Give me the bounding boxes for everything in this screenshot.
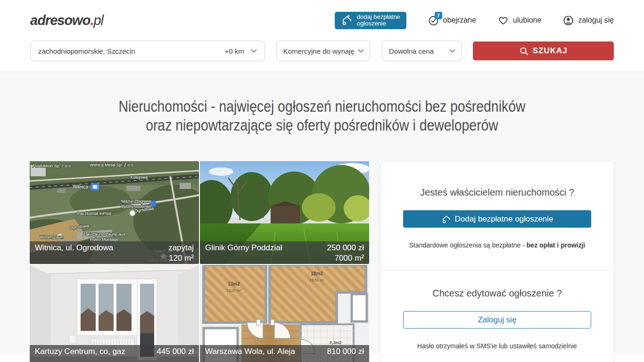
svg-text:Zaki Zäune Zäune aus: Zaki Zäune Zäune aus <box>83 232 126 237</box>
price-select[interactable]: Dowolna cena <box>382 41 462 61</box>
svg-text:Paczkomat InPost: Paczkomat InPost <box>77 211 112 216</box>
owner-section: Jesteś właścicielem nieruchomości ? Doda… <box>380 162 614 271</box>
category-value: Komercyjne do wynaję <box>283 47 354 55</box>
svg-text:2,3m2: 2,3m2 <box>330 340 342 345</box>
listings-grid: Produktion Sp. z o.o. Witnica Metal Sp. … <box>30 161 369 362</box>
viewed-count-badge: 7 <box>435 12 442 19</box>
listing-price-area: 810 000 zł <box>327 346 364 362</box>
edit-heading: Chcesz edytować ogłoszenie ? <box>403 288 591 299</box>
listing-price-area: 250 000 zł7000 m² <box>327 243 364 264</box>
sidebar-add-listing-button[interactable]: Dodaj bezpłatne ogłoszenie <box>403 210 591 228</box>
user-circle-icon <box>563 15 574 26</box>
owner-note: Standardowe ogłoszenia są bezpłatne - be… <box>403 241 591 249</box>
listing-card-witnica[interactable]: Produktion Sp. z o.o. Witnica Metal Sp. … <box>30 161 199 264</box>
listing-caption: Kartuzy Centrum, co, gaz 445 000 zł <box>30 345 199 362</box>
nav-viewed[interactable]: 7 obejrzane <box>428 15 476 26</box>
house-plus-icon <box>441 214 452 224</box>
svg-text:13m2: 13m2 <box>228 281 240 287</box>
add-listing-button[interactable]: dodaj bezpłatne ogłoszenie <box>335 12 406 29</box>
logo-tld: pl <box>93 13 103 28</box>
svg-text:13,37 m²: 13,37 m² <box>226 288 241 293</box>
add-listing-label: dodaj bezpłatne ogłoszenie <box>357 14 400 27</box>
top-bar: adresowo.pl dodaj bezpłatne ogłoszenie <box>0 0 644 72</box>
svg-text:Mazur Zbigniew: Mazur Zbigniew <box>121 199 151 204</box>
sidebar-add-listing-label: Dodaj bezpłatne ogłoszenie <box>455 214 553 224</box>
svg-text:18m2: 18m2 <box>311 271 323 276</box>
svg-text:Witnica: Witnica <box>73 184 88 189</box>
svg-text:Kolejowa: Kolejowa <box>131 175 148 180</box>
listing-title: Witnica, ul. Ogrodowa <box>35 243 113 264</box>
chevron-down-icon <box>358 49 364 53</box>
listing-caption: Warszawa Wola, ul. Aleja 810 000 zł <box>200 345 369 362</box>
svg-text:Witnica Metal Sp. Z o.o.: Witnica Metal Sp. Z o.o. <box>90 163 135 167</box>
listing-title: Warszawa Wola, ul. Aleja <box>205 346 295 362</box>
listing-card-kartuzy[interactable]: Kartuzy Centrum, co, gaz 445 000 zł <box>30 265 199 362</box>
price-value: Dowolna cena <box>389 47 434 55</box>
owner-panel: Jesteś właścicielem nieruchomości ? Doda… <box>380 161 614 362</box>
listing-price-area: zapytaj120 m² <box>168 243 194 264</box>
nav-favorites[interactable]: ulubione <box>498 15 542 26</box>
page-content: Nieruchomości - najwięcej ogłoszeń nieru… <box>0 72 644 354</box>
header: adresowo.pl dodaj bezpłatne ogłoszenie <box>0 0 644 41</box>
chevron-down-icon <box>251 49 257 53</box>
search-button[interactable]: SZUKAJ <box>473 41 614 60</box>
nav-login-label: zaloguj się <box>578 16 614 25</box>
radius-dropdown[interactable]: +0 km <box>225 47 257 55</box>
nav-viewed-label: obejrzane <box>443 16 476 25</box>
page-title: Nieruchomości - najwięcej ogłoszeń nieru… <box>45 97 599 135</box>
location-value: zachodniopomorskie, Szczecin <box>38 47 135 55</box>
nav-favorites-label: ulubione <box>513 16 542 25</box>
search-bar: zachodniopomorskie, Szczecin +0 km Komer… <box>0 41 644 72</box>
sidebar-login-button[interactable]: Zaloguj się <box>403 311 591 329</box>
header-actions: dodaj bezpłatne ogłoszenie 7 obejrzane <box>335 12 614 29</box>
search-button-label: SZUKAJ <box>533 46 568 56</box>
listing-caption: Witnica, ul. Ogrodowa zapytaj120 m² <box>30 241 199 264</box>
svg-text:Woren Zaun: Woren Zaun <box>40 235 63 239</box>
edit-section: Chcesz edytować ogłoszenie ? Zaloguj się… <box>380 271 614 362</box>
chevron-down-icon <box>449 49 455 53</box>
magnifier-icon <box>520 47 528 56</box>
nav-login[interactable]: zaloguj się <box>563 15 614 26</box>
listing-price-area: 445 000 zł <box>157 346 194 362</box>
site-logo[interactable]: adresowo.pl <box>30 13 103 28</box>
house-plus-icon <box>341 14 353 26</box>
edit-note: Hasło otrzymałeś w SMS'ie lub ustawiłeś … <box>403 342 591 350</box>
listing-card-glinik[interactable]: Glinik Górny Poddział 250 000 zł7000 m² <box>200 161 369 264</box>
listing-title: Glinik Górny Poddział <box>205 243 282 264</box>
location-input[interactable]: zachodniopomorskie, Szczecin +0 km <box>30 41 265 61</box>
check-circle-icon: 7 <box>428 15 439 26</box>
svg-text:18,51 m²: 18,51 m² <box>309 278 324 282</box>
listing-caption: Glinik Górny Poddział 250 000 zł7000 m² <box>200 241 369 264</box>
radius-value: +0 km <box>225 47 244 55</box>
owner-heading: Jesteś właścicielem nieruchomości ? <box>403 187 591 198</box>
category-select[interactable]: Komercyjne do wynaję <box>276 41 370 61</box>
listing-title: Kartuzy Centrum, co, gaz <box>35 346 125 362</box>
listing-card-warszawa[interactable]: 13m2 13,37 m² 18m2 18,51 m² 2,3m2 2,30 m… <box>200 265 369 362</box>
logo-text: adresowo <box>30 13 90 28</box>
heart-icon <box>498 15 509 26</box>
svg-text:Produktion Sp. z o.o.: Produktion Sp. z o.o. <box>33 164 72 168</box>
